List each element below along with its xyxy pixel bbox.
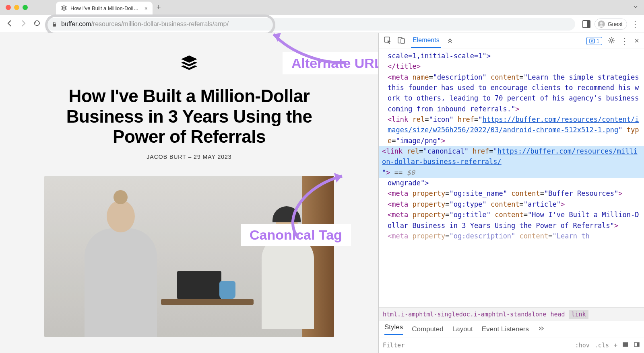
svg-rect-10 <box>637 343 639 347</box>
devtools-styles-tabs: Styles Computed Layout Event Listeners <box>379 321 644 337</box>
profile-label: Guest <box>608 21 623 27</box>
lock-icon <box>52 21 57 27</box>
new-tab-button[interactable]: + <box>157 3 161 12</box>
new-style-rule-icon[interactable]: + <box>614 342 617 349</box>
browser-toolbar: buffer.com/resources/million-dollar-busi… <box>0 15 644 33</box>
devtools-tab-elements[interactable]: Elements <box>411 33 441 48</box>
svg-rect-5 <box>401 39 405 43</box>
styles-filter-input[interactable] <box>383 342 431 349</box>
devtools-close-icon[interactable]: × <box>634 36 639 45</box>
devtools-tabs-more-icon[interactable] <box>447 37 453 45</box>
window-titlebar: How I've Built a Million-Dollar B × + <box>0 0 644 15</box>
styles-tab-events[interactable]: Event Listeners <box>482 325 529 333</box>
tabs-overflow-icon[interactable] <box>633 4 638 11</box>
buffer-favicon <box>61 5 67 12</box>
chrome-menu-button[interactable]: ⋮ <box>631 19 639 29</box>
devtools-more-icon[interactable]: ⋮ <box>621 36 629 46</box>
arrow-to-canonical-icon <box>274 169 362 247</box>
tab-title: How I've Built a Million-Dollar B <box>70 5 141 11</box>
styles-tab-styles[interactable]: Styles <box>384 323 403 335</box>
article-byline: JACOB BURT – 29 MAY 2023 <box>44 154 334 160</box>
url-text: buffer.com/resources/million-dollar-busi… <box>61 21 229 28</box>
profile-button[interactable]: Guest <box>594 18 627 30</box>
styles-tab-computed[interactable]: Computed <box>412 325 443 333</box>
breadcrumb-head[interactable]: head <box>550 311 565 318</box>
code-line[interactable]: scale=1,initial-scale=1"> <box>388 51 641 61</box>
minimize-window-button[interactable] <box>14 5 19 10</box>
code-line-selected-canonical[interactable]: <link rel="canonical" href="https://buff… <box>379 146 644 178</box>
devtools-styles-footer: :hov .cls + <box>379 337 644 353</box>
tab-close-button[interactable]: × <box>144 5 148 12</box>
toggle-sidebar-icon[interactable] <box>634 341 640 349</box>
svg-point-2 <box>600 22 602 24</box>
arrow-to-url-icon <box>258 33 362 74</box>
styles-tab-layout[interactable]: Layout <box>452 325 473 333</box>
device-toolbar-icon[interactable] <box>397 36 405 46</box>
traffic-lights <box>6 5 28 10</box>
code-line[interactable]: owngrade"> <box>388 178 641 188</box>
devtools-breadcrumb[interactable]: html.i-amphtml-singledoc.i-amphtml-stand… <box>379 307 644 321</box>
svg-point-7 <box>610 39 613 41</box>
code-line[interactable]: <meta property="og:title" content="How I… <box>388 209 641 231</box>
page-content-area: How I've Built a Million-Dollar Business… <box>0 33 378 353</box>
devtools-panel: Elements 1 ⋮ × scale=1,initial-scale=1">… <box>378 33 644 353</box>
devtools-issues-badge[interactable]: 1 <box>586 37 603 45</box>
devtools-settings-icon[interactable] <box>608 37 615 45</box>
code-line[interactable]: <link rel="icon" href="https://buffer.co… <box>388 114 641 146</box>
code-line[interactable]: <meta property="og:type" content="articl… <box>388 199 641 209</box>
code-line[interactable]: <meta name="description" content="Learn … <box>388 72 641 114</box>
back-button[interactable] <box>5 19 14 29</box>
inspect-element-icon[interactable] <box>384 36 392 46</box>
code-line[interactable]: <meta property="og:description" content=… <box>388 231 641 241</box>
devtools-toolbar: Elements 1 ⋮ × <box>379 33 644 49</box>
breadcrumb-link[interactable]: link <box>569 310 588 319</box>
forward-button[interactable] <box>19 19 28 29</box>
computed-toggle-icon[interactable] <box>622 341 629 349</box>
breadcrumb-html[interactable]: html.i-amphtml-singledoc.i-amphtml-stand… <box>383 311 546 318</box>
reload-button[interactable] <box>32 20 42 29</box>
code-line[interactable]: <meta property="og:site_name" content="B… <box>388 188 641 199</box>
browser-tab[interactable]: How I've Built a Million-Dollar B × <box>56 2 153 15</box>
svg-rect-0 <box>53 24 56 27</box>
article-title: How I've Built a Million-Dollar Business… <box>44 86 334 147</box>
svg-rect-8 <box>623 343 628 347</box>
maximize-window-button[interactable] <box>23 5 28 10</box>
panel-toggle-icon[interactable] <box>582 20 590 28</box>
close-window-button[interactable] <box>6 5 11 10</box>
cls-toggle[interactable]: .cls <box>594 342 609 349</box>
svg-rect-6 <box>590 39 594 43</box>
code-line[interactable]: </title> <box>388 61 641 72</box>
styles-tabs-more-icon[interactable] <box>538 325 544 333</box>
devtools-elements-tree[interactable]: scale=1,initial-scale=1"> </title> <meta… <box>379 49 644 307</box>
address-bar[interactable]: buffer.com/resources/million-dollar-busi… <box>46 18 575 31</box>
hov-toggle[interactable]: :hov <box>575 342 590 349</box>
